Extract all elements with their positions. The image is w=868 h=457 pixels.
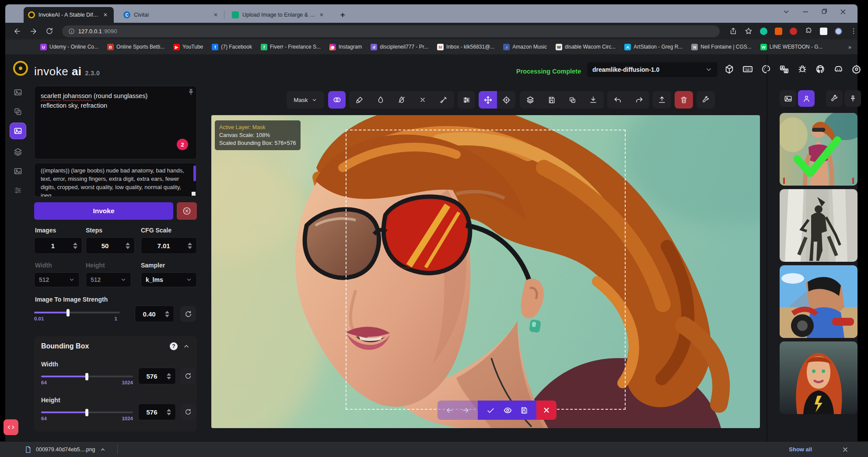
reset-view-button[interactable] [497, 91, 515, 109]
cfg-stepper[interactable] [186, 243, 194, 249]
bbox-width-stepper[interactable] [165, 373, 173, 380]
width-select[interactable]: 512 [34, 272, 80, 287]
move-tool-button[interactable] [479, 91, 497, 109]
language-translate-icon[interactable] [779, 64, 789, 74]
bookmark-amazon-music[interactable]: ♪Amazon Music [503, 44, 547, 50]
clear-mask-button[interactable] [412, 96, 433, 103]
browser-menu-chevron-icon[interactable] [782, 8, 790, 16]
tab-close-icon[interactable]: ✕ [103, 12, 108, 18]
download-chevron-up-icon[interactable] [100, 446, 106, 453]
images-stepper[interactable] [71, 243, 79, 249]
bounding-box-header[interactable]: Bounding Box ? [34, 336, 197, 355]
prompt-input[interactable]: scarlett johansson (round sunglasses) re… [34, 86, 197, 159]
site-info-icon[interactable] [68, 28, 75, 35]
tab-post-processing[interactable] [10, 163, 26, 179]
bookmark-inbox[interactable]: MInbox - klk56831@... [437, 44, 494, 50]
gallery-thumbnail[interactable] [780, 189, 858, 262]
close-window-icon[interactable] [839, 8, 847, 16]
undo-button[interactable] [607, 96, 628, 104]
url-bar[interactable]: 127.0.0.1:9090 [62, 25, 720, 37]
tab-training[interactable] [10, 182, 26, 199]
sampler-select[interactable]: k_lms [141, 272, 197, 287]
cancel-button[interactable] [177, 202, 197, 220]
bookmark-sports[interactable]: BOnline Sports Betti... [107, 44, 164, 50]
console-toggle-button[interactable] [4, 419, 18, 435]
save-to-gallery-button[interactable] [541, 96, 562, 104]
bookmark-instagram[interactable]: ◉Instagram [329, 44, 362, 50]
steps-input[interactable]: 50 [86, 237, 135, 254]
gallery-user-button[interactable] [798, 90, 815, 107]
bbox-width-reset-button[interactable] [180, 368, 196, 384]
steps-stepper[interactable] [124, 243, 132, 249]
strength-reset-button[interactable] [180, 306, 196, 322]
show-hide-eye-icon[interactable] [504, 406, 512, 415]
hotkeys-keyboard-icon[interactable] [742, 64, 753, 74]
gallery-thumbnail[interactable] [780, 265, 858, 338]
strength-input[interactable]: 0.40 [135, 306, 174, 322]
tab-text-to-image[interactable] [10, 84, 26, 101]
brush-options-button[interactable] [458, 91, 475, 109]
pin-options-icon[interactable] [187, 88, 195, 96]
bookmark-artstation[interactable]: AArtStation - Greg R... [624, 44, 682, 50]
bookmarks-overflow-chevron[interactable]: » [848, 44, 851, 50]
tab-close-icon[interactable]: ✕ [214, 12, 218, 18]
model-manager-cube-icon[interactable] [724, 64, 734, 74]
cfg-scale-input[interactable]: 7.01 [141, 237, 197, 254]
github-icon[interactable] [816, 64, 825, 74]
bookmark-disciple[interactable]: ddiscipleneil777 - Pr... [371, 44, 428, 50]
extension-icon[interactable] [775, 28, 782, 35]
browser-kebab-menu-icon[interactable] [850, 27, 858, 35]
bookmark-wacom[interactable]: Wdisable Wacom Circ... [556, 44, 616, 50]
gallery-settings-button[interactable] [826, 90, 843, 107]
bookmark-webtoon[interactable]: WLINE WEBTOON - G... [760, 44, 823, 50]
gallery-images-button[interactable] [780, 90, 796, 107]
bbox-height-stepper[interactable] [165, 409, 173, 415]
invoke-button[interactable]: Invoke [34, 202, 173, 220]
bookmark-fiverr[interactable]: fFiverr - Freelance S... [261, 44, 321, 50]
layer-select[interactable]: Mask [287, 91, 324, 109]
bookmark-youtube[interactable]: ▶YouTube [173, 44, 203, 50]
merge-visible-button[interactable] [520, 96, 541, 104]
bbox-height-reset-button[interactable] [180, 404, 196, 420]
tab-image-to-image[interactable] [10, 103, 26, 120]
accept-check-icon[interactable] [486, 406, 495, 415]
forward-icon[interactable] [29, 27, 38, 35]
tab-civitai[interactable]: C Civitai ✕ [119, 7, 222, 23]
redo-button[interactable] [628, 96, 649, 104]
bbox-width-slider[interactable]: 64 1024 [41, 373, 133, 384]
tab-upload-image[interactable]: Upload Image to Enlarge & Enha ✕ [228, 7, 332, 23]
discard-staging-button[interactable] [536, 401, 556, 420]
height-select[interactable]: 512 [86, 272, 131, 287]
grammarly-extension-icon[interactable] [760, 28, 767, 35]
discord-icon[interactable] [833, 64, 844, 74]
bbox-height-slider[interactable]: 64 1024 [41, 409, 133, 420]
report-bug-icon[interactable] [798, 64, 807, 74]
bounding-box-selection[interactable] [346, 130, 626, 410]
puzzle-extensions-icon[interactable] [805, 27, 812, 35]
copy-to-clipboard-button[interactable] [562, 96, 583, 104]
adblock-extension-icon[interactable] [790, 28, 797, 35]
notes-extension-icon[interactable] [820, 28, 827, 35]
collapse-chevron-icon[interactable] [183, 343, 190, 350]
bookmark-facebook[interactable]: f(7) Facebook [212, 44, 252, 50]
bbox-width-input[interactable]: 576 [138, 368, 176, 384]
eraser-tool-button[interactable] [370, 96, 391, 104]
bookmark-star-icon[interactable] [745, 27, 752, 35]
model-select[interactable]: dreamlike-diffusion-1.0 [587, 62, 718, 77]
strength-slider[interactable]: 0.01 1 [34, 306, 120, 320]
erase-mask-button[interactable] [391, 96, 412, 104]
theme-palette-icon[interactable] [761, 64, 771, 74]
new-tab-button[interactable]: + [340, 11, 345, 20]
save-staging-icon[interactable] [520, 407, 528, 414]
color-picker-button[interactable] [433, 96, 454, 104]
upload-button[interactable] [653, 91, 671, 109]
tab-nodes[interactable] [10, 144, 26, 160]
tab-unified-canvas[interactable] [10, 123, 26, 139]
bookmark-udemy[interactable]: UUdemy - Online Co... [40, 44, 98, 50]
restore-window-icon[interactable] [821, 8, 828, 15]
gallery-thumbnail-selected[interactable] [780, 113, 858, 186]
previous-image-icon[interactable] [445, 406, 454, 415]
negative-prompt-resize-handle[interactable] [192, 192, 196, 196]
close-downloads-icon[interactable] [842, 446, 849, 453]
minimize-icon[interactable] [802, 8, 809, 16]
